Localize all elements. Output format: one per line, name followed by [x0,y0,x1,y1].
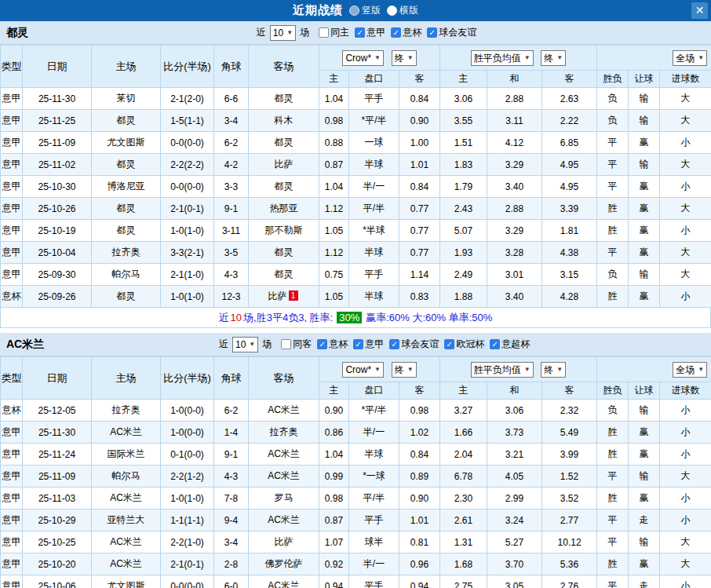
corner-count: 1-4 [214,422,249,444]
avg-odds-draw: 3.70 [487,553,542,575]
match-date: 25-10-26 [23,198,92,220]
away-team: AC米兰 [249,444,319,466]
result-wdl: 平 [597,531,629,553]
score: 1-0(1-0) [161,286,214,308]
avg-odds-lose: 3.52 [542,488,597,509]
col-avg-draw: 和 [487,71,542,88]
match-date: 25-10-04 [23,242,92,264]
odds-stage-select[interactable]: 终▼ [392,362,417,378]
result-handicap: 走 [629,509,660,531]
avg-odds-select[interactable]: 胜平负均值▼ [471,362,534,378]
avg-odds-draw: 2.88 [487,88,542,110]
match-date: 25-12-05 [23,400,92,422]
page-title: 近期战绩 [293,3,343,18]
match-date: 25-10-20 [23,553,92,575]
summary-prefix: 近 [219,311,229,325]
summary-record: 场,胜3平4负3, 胜率: [243,311,333,325]
close-icon[interactable]: ✕ [691,2,708,19]
checkbox-checked-icon[interactable]: ✓ [389,339,399,349]
checkbox-unchecked-icon[interactable] [319,27,329,38]
home-team: 都灵 [92,220,161,242]
avg-odds-select[interactable]: 胜平负均值▼ [471,50,534,66]
league-filter-option[interactable]: 同客 [281,338,312,351]
checkbox-checked-icon[interactable]: ✓ [444,339,454,349]
layout-horizontal-label: 横版 [399,4,418,17]
fulltime-select[interactable]: 全场▼ [673,362,707,378]
avg-odds-win: 2.43 [440,198,487,220]
match-competition: 意甲 [1,575,23,588]
handicap-line: 半/一 [349,553,399,575]
result-handicap: 输 [629,154,660,176]
chevron-down-icon: ▼ [249,339,255,350]
avg-stage-select[interactable]: 终▼ [541,362,566,378]
radio-unselected-icon[interactable] [349,5,359,16]
away-team: AC米兰 [249,509,319,531]
league-filter-option[interactable]: ✓意甲 [353,338,384,351]
league-filter-option[interactable]: ✓意杯 [391,26,421,39]
match-competition: 意甲 [1,553,23,575]
avg-odds-draw: 4.12 [487,132,542,154]
checkbox-checked-icon[interactable]: ✓ [353,339,363,349]
layout-horizontal-option[interactable]: 横版 [387,4,418,17]
home-team: 国际米兰 [92,444,161,466]
avg-odds-win: 1.83 [440,154,487,176]
layout-vertical-option[interactable]: 竖版 [349,4,381,17]
checkbox-checked-icon[interactable]: ✓ [391,27,401,38]
col-date: 日期 [23,357,92,400]
col-type: 类型 [1,357,23,400]
fulltime-select[interactable]: 全场▼ [673,50,707,66]
avg-odds-draw: 3.29 [487,154,542,176]
checkbox-checked-icon[interactable]: ✓ [427,27,437,38]
col-home: 主场 [92,46,161,88]
odds-stage-select[interactable]: 终▼ [392,50,417,66]
away-team: 拉齐奥 [249,422,319,444]
odds-provider-select[interactable]: Crow*▼ [342,362,384,378]
avg-odds-lose: 3.15 [542,264,597,286]
league-filter-option[interactable]: 同主 [319,26,349,39]
checkbox-unchecked-icon[interactable] [281,339,291,349]
radio-selected-icon[interactable] [387,5,397,16]
league-filter-option[interactable]: ✓球会友谊 [427,26,476,39]
checkbox-checked-icon[interactable]: ✓ [490,339,500,349]
league-filter-option[interactable]: ✓欧冠杯 [444,338,484,351]
odds-provider-value: Crow* [345,364,371,375]
recent-count-select[interactable]: 10 ▼ [232,337,258,352]
away-team: AC米兰 [249,575,319,588]
handicap-odds-home: 0.87 [319,509,349,531]
fulltime-value: 全场 [676,364,695,375]
league-filter-option[interactable]: ✓意超杯 [490,338,530,351]
chevron-down-icon: ▼ [374,364,381,375]
handicap-line: 平手 [349,509,399,531]
avg-stage-select[interactable]: 终▼ [541,50,566,66]
match-competition: 意杯 [1,286,23,308]
col-odds-away: 客 [399,382,440,400]
record-summary: 近10场,胜3平4负3, 胜率: 30% 赢率:60% 大:60% 单率:50% [0,308,711,328]
match-date: 25-11-30 [23,422,92,444]
avg-odds-win: 1.66 [440,422,487,444]
avg-odds-draw: 3.28 [487,242,542,264]
col-handicap: 盘口 [349,382,399,400]
avg-odds-lose: 10.12 [542,531,597,553]
corner-count: 9-1 [214,198,249,220]
league-filter-option[interactable]: ✓意杯 [317,338,348,351]
match-date: 25-09-30 [23,264,92,286]
result-wdl: 负 [597,88,629,110]
checkbox-checked-icon[interactable]: ✓ [355,27,365,38]
score: 2-1(2-0) [161,88,214,110]
league-filter-option[interactable]: ✓球会友谊 [389,338,439,351]
match-competition: 意甲 [1,220,23,242]
recent-count-select[interactable]: 10 ▼ [270,25,296,41]
avg-odds-win: 1.51 [440,132,487,154]
checkbox-checked-icon[interactable]: ✓ [317,339,327,349]
score: 0-0(0-0) [161,575,214,588]
match-row: 意甲25-11-09帕尔马2-2(1-2)4-3AC米兰0.99*一球0.896… [1,466,711,488]
result-wdl: 负 [597,264,629,286]
match-row: 意甲25-10-20AC米兰2-1(0-1)2-8佛罗伦萨0.92半/一0.96… [1,553,711,575]
match-row: 意甲25-11-09尤文图斯0-0(0-0)6-2都灵0.88一球1.001.5… [1,132,711,154]
chevron-down-icon: ▼ [698,364,704,375]
league-filter-option[interactable]: ✓意甲 [355,26,385,39]
match-date: 25-10-30 [23,176,92,198]
odds-provider-select[interactable]: Crow*▼ [342,50,384,66]
chevron-down-icon: ▼ [524,364,531,375]
score: 2-2(2-2) [161,154,214,176]
